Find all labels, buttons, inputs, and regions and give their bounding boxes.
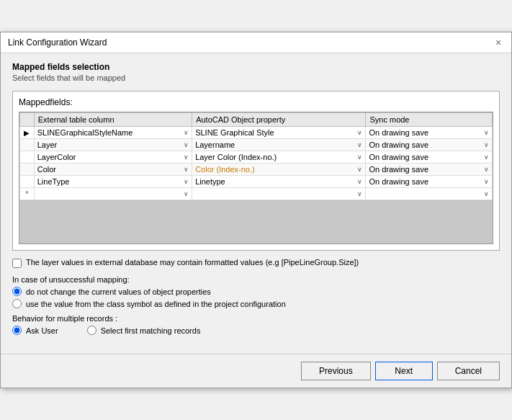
autocad-col-cell[interactable]: Color (Index-no.)∨ xyxy=(192,164,366,176)
cancel-button[interactable]: Cancel xyxy=(437,362,500,380)
behavior-label: Behavior for multiple records : xyxy=(12,314,500,323)
table-body: ▶SLINEGraphicalStyleName∨SLINE Graphical… xyxy=(20,127,493,200)
dialog-window: Link Configuration Wizard × Mapped field… xyxy=(0,32,512,388)
mapped-fields-table: External table column AutoCAD Object pro… xyxy=(19,112,493,200)
header-sync-col: Sync mode xyxy=(366,113,493,127)
formatted-values-checkbox[interactable] xyxy=(12,259,22,268)
next-button[interactable]: Next xyxy=(375,362,433,380)
table-row: LineType∨Linetype∨On drawing save∨ xyxy=(20,176,493,188)
table-container: External table column AutoCAD Object pro… xyxy=(19,112,493,244)
unsuccessful-mapping-label: In case of unsuccessful mapping: xyxy=(12,275,500,284)
header-autocad-col: AutoCAD Object property xyxy=(192,113,366,127)
radio-do-not-change[interactable] xyxy=(12,287,22,296)
empty-area xyxy=(19,200,493,243)
sync-col-cell[interactable]: On drawing save∨ xyxy=(366,139,493,151)
sync-col-cell[interactable]: On drawing save∨ xyxy=(366,176,493,188)
behavior-radio-group: Ask User Select first matching records xyxy=(12,326,500,338)
radio-do-not-change-label: do not change the current values of obje… xyxy=(26,287,211,296)
mapped-fields-label: Mappedfields: xyxy=(19,97,493,107)
sync-col-cell[interactable]: On drawing save∨ xyxy=(366,164,493,176)
radio-use-class-symbol[interactable] xyxy=(12,299,22,308)
radio-ask-user[interactable] xyxy=(12,326,22,335)
row-indicator xyxy=(20,164,35,176)
header-indicator xyxy=(20,113,35,127)
close-button[interactable]: × xyxy=(493,37,504,48)
new-row: *∨∨∨ xyxy=(20,188,493,200)
table-row: Layer∨Layername∨On drawing save∨ xyxy=(20,139,493,151)
sync-col-cell[interactable]: On drawing save∨ xyxy=(366,127,493,139)
autocad-col-cell[interactable]: Layername∨ xyxy=(192,139,366,151)
radio-ask-user-label: Ask User xyxy=(26,326,58,335)
row-indicator: ▶ xyxy=(20,127,35,139)
ext-col-cell[interactable]: SLINEGraphicalStyleName∨ xyxy=(34,127,192,139)
header-ext-col: External table column xyxy=(34,113,192,127)
dialog-title: Link Configuration Wizard xyxy=(8,37,107,48)
previous-button[interactable]: Previous xyxy=(301,362,371,380)
ext-col-cell[interactable]: Layer∨ xyxy=(34,139,192,151)
autocad-col-cell[interactable]: Layer Color (Index-no.)∨ xyxy=(192,151,366,164)
radio-use-class-symbol-label: use the value from the class symbol as d… xyxy=(26,300,286,308)
row-indicator xyxy=(20,176,35,188)
section-subtitle: Select fields that will be mapped xyxy=(12,73,500,82)
dialog-footer: Previous Next Cancel xyxy=(1,354,511,388)
ext-col-cell[interactable]: LayerColor∨ xyxy=(34,151,192,164)
table-header-row: External table column AutoCAD Object pro… xyxy=(20,113,493,127)
dialog-content: Mapped fields selection Select fields th… xyxy=(1,53,511,354)
table-row: ▶SLINEGraphicalStyleName∨SLINE Graphical… xyxy=(20,127,493,139)
radio-use-class-symbol-row: use the value from the class symbol as d… xyxy=(12,299,500,308)
new-row-autocad[interactable]: ∨ xyxy=(192,188,366,200)
radio-select-first-label: Select first matching records xyxy=(101,326,201,335)
formatted-values-row: The layer values in external database ma… xyxy=(12,258,500,268)
sync-col-cell[interactable]: On drawing save∨ xyxy=(366,151,493,164)
mapped-fields-section: Mappedfields: External table column Auto… xyxy=(12,91,500,251)
radio-ask-user-row: Ask User xyxy=(12,326,58,335)
ext-col-cell[interactable]: Color∨ xyxy=(34,164,192,176)
row-indicator xyxy=(20,151,35,164)
radio-do-not-change-row: do not change the current values of obje… xyxy=(12,287,500,296)
autocad-col-cell[interactable]: SLINE Graphical Style∨ xyxy=(192,127,366,139)
formatted-values-label: The layer values in external database ma… xyxy=(26,258,359,267)
table-row: LayerColor∨Layer Color (Index-no.)∨On dr… xyxy=(20,151,493,164)
new-row-indicator: * xyxy=(20,188,35,200)
autocad-col-cell[interactable]: Linetype∨ xyxy=(192,176,366,188)
radio-select-first[interactable] xyxy=(87,326,96,335)
title-bar: Link Configuration Wizard × xyxy=(1,32,511,53)
new-row-sync[interactable]: ∨ xyxy=(366,188,493,200)
section-title: Mapped fields selection xyxy=(12,62,500,72)
row-indicator xyxy=(20,139,35,151)
ext-col-cell[interactable]: LineType∨ xyxy=(34,176,192,188)
radio-select-first-row: Select first matching records xyxy=(87,326,201,335)
table-row: Color∨Color (Index-no.)∨On drawing save∨ xyxy=(20,164,493,176)
new-row-ext[interactable]: ∨ xyxy=(34,188,192,200)
